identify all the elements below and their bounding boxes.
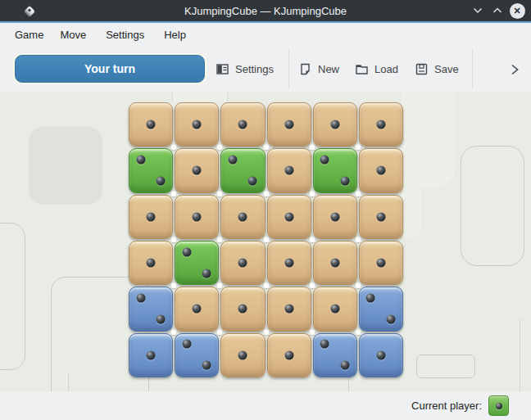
cube-r1c6[interactable] [359,102,403,147]
pip [284,166,293,175]
cube-r5c4[interactable] [267,287,311,331]
cube-r2c3[interactable] [220,148,265,192]
pip [238,212,247,221]
chevron-down-icon [473,7,483,14]
pip [284,305,293,314]
cube-r5c6[interactable] [359,287,403,331]
pip [248,177,257,186]
grid-joint [263,145,269,151]
pip [330,212,339,221]
cube-r5c5[interactable] [313,287,357,331]
cube-r6c3[interactable] [220,333,265,377]
cube-r1c5[interactable] [313,102,357,147]
menu-item-move[interactable]: Move [52,29,94,41]
turn-status-button[interactable]: Your turn [15,55,205,83]
cube-r4c4[interactable] [267,241,311,285]
close-icon: ✕ [510,3,525,19]
grid-joint [171,283,177,289]
pip [238,120,247,129]
cube-r2c5[interactable] [313,148,357,192]
pip [193,166,202,175]
cube-r6c2[interactable] [175,333,219,377]
cube-r3c5[interactable] [313,195,357,239]
cube-r2c6[interactable] [359,148,403,192]
new-toolbar-button[interactable]: New [298,47,339,92]
cube-r1c2[interactable] [175,102,219,147]
pip [147,259,156,268]
kjumpingcube-window: KJumpingCube — KJumpingCube ✕ Game Move … [0,0,531,420]
pip [496,403,502,409]
game-area [0,92,531,391]
grid-joint [217,237,223,243]
pip [147,350,156,359]
cube-r2c4[interactable] [267,148,311,192]
pip [147,120,156,129]
toolbar-overflow-button[interactable] [500,47,529,92]
cube-r3c1[interactable] [129,195,173,239]
cube-r3c2[interactable] [175,195,219,239]
grid-joint [171,237,177,243]
pip [340,361,349,370]
load-toolbar-button[interactable]: Load [355,47,398,92]
pip [330,120,339,129]
save-label: Save [434,63,459,75]
pip [284,350,293,359]
menu-item-settings[interactable]: Settings [98,29,152,41]
pip [376,166,385,175]
close-button[interactable]: ✕ [507,0,527,21]
cube-r5c2[interactable] [175,287,219,331]
cube-r4c5[interactable] [313,241,357,285]
cube-r5c1[interactable] [129,287,173,331]
pip [386,315,395,324]
cube-r2c1[interactable] [129,148,173,192]
cube-r3c3[interactable] [220,195,265,239]
grid-joint [217,283,223,289]
current-player-swatch-green [488,395,509,416]
cube-r6c5[interactable] [313,333,357,377]
current-player-label: Current player: [411,400,482,412]
toolbar: Your turn Settings New Load [0,47,531,92]
cube-r1c1[interactable] [129,102,173,147]
cube-r1c3[interactable] [220,102,265,147]
cube-r4c3[interactable] [220,241,265,285]
settings-sidebar-icon [216,62,229,76]
menu-item-game[interactable]: Game [7,29,52,41]
pip [330,305,339,314]
cube-r6c4[interactable] [267,333,311,377]
floppy-disk-icon [415,62,429,76]
cube-r4c1[interactable] [129,241,173,285]
grid-joint [263,191,269,196]
grid-joint [263,329,269,335]
cube-r3c6[interactable] [359,195,403,239]
cube-r1c4[interactable] [267,102,311,147]
grid-joint [217,329,223,335]
maximize-button[interactable] [488,0,507,21]
grid-joint [309,237,315,243]
menu-item-help[interactable]: Help [156,29,194,41]
cube-r4c6[interactable] [359,241,403,285]
grid-joint [263,283,269,289]
pip [340,177,349,186]
menubar: Game Move Settings Help [0,23,531,47]
pip [376,120,385,129]
pip [202,269,211,278]
cube-r3c4[interactable] [267,195,311,239]
grid-joint [355,329,361,335]
grid-joint [309,145,315,151]
grid-joint [217,145,223,151]
titlebar: KJumpingCube — KJumpingCube ✕ [0,0,531,23]
grid-joint [355,191,361,196]
grid-joint [355,283,361,289]
cube-r4c2[interactable] [175,241,219,285]
cube-r6c1[interactable] [129,333,173,377]
document-new-icon [298,62,312,76]
pip [238,305,247,314]
background-decoration [402,92,455,187]
pip [366,293,375,302]
cube-r2c2[interactable] [175,148,219,192]
cube-r5c3[interactable] [220,287,265,331]
cube-r6c6[interactable] [359,333,403,377]
minimize-button[interactable] [468,0,488,21]
save-toolbar-button[interactable]: Save [415,47,459,92]
settings-toolbar-button[interactable]: Settings [216,47,274,92]
